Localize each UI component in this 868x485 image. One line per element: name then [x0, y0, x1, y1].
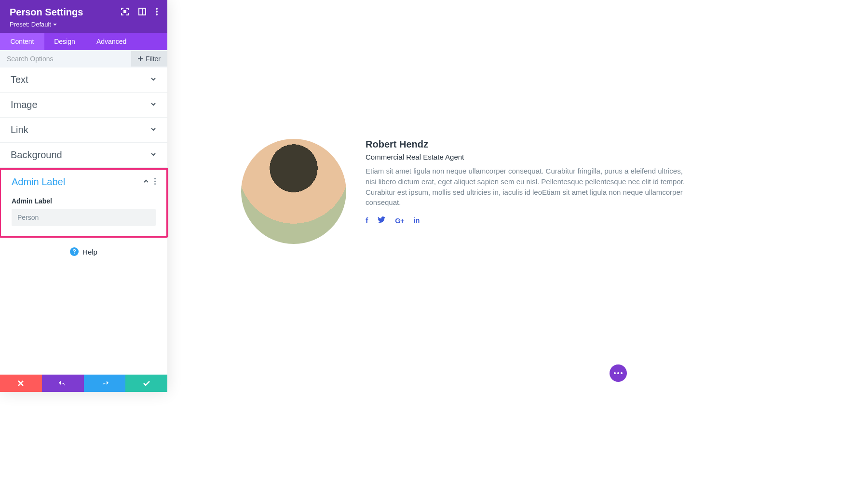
linkedin-icon[interactable]: in: [414, 216, 420, 225]
tabs: Content Design Advanced: [0, 33, 167, 50]
admin-label-field-label: Admin Label: [12, 197, 156, 205]
panel-footer: [0, 375, 167, 392]
social-row: f G+ in: [366, 216, 694, 225]
person-card: Robert Hendz Commercial Real Estate Agen…: [241, 139, 694, 244]
person-role: Commercial Real Estate Agent: [366, 153, 694, 161]
redo-button[interactable]: [84, 375, 126, 392]
panel-layout-icon[interactable]: [138, 8, 146, 17]
facebook-icon[interactable]: f: [366, 216, 368, 225]
chevron-up-icon: [143, 178, 149, 187]
dot-icon: [621, 372, 623, 374]
twitter-icon[interactable]: [378, 216, 385, 225]
section-text-title: Text: [11, 74, 28, 85]
more-icon[interactable]: [154, 178, 156, 187]
panel-header: Person Settings Preset: Default: [0, 0, 167, 33]
svg-point-3: [154, 178, 156, 179]
tab-advanced[interactable]: Advanced: [85, 33, 167, 50]
chevron-down-icon: [150, 151, 157, 160]
section-image[interactable]: Image: [0, 93, 167, 118]
dot-icon: [614, 372, 616, 374]
admin-label-input[interactable]: [12, 209, 156, 226]
undo-button[interactable]: [42, 375, 84, 392]
preset-label: Preset: Default: [10, 21, 51, 28]
svg-point-2: [156, 13, 158, 15]
section-link[interactable]: Link: [0, 118, 167, 143]
person-name: Robert Hendz: [366, 139, 694, 150]
chevron-down-icon: [53, 23, 57, 27]
section-link-title: Link: [11, 124, 28, 135]
chevron-down-icon: [150, 126, 157, 135]
search-row: Filter: [0, 50, 167, 67]
section-image-title: Image: [11, 99, 38, 110]
svg-point-4: [154, 180, 156, 182]
section-admin-label[interactable]: Admin Label: [1, 170, 166, 194]
svg-point-0: [156, 8, 158, 10]
panel-title: Person Settings: [10, 7, 83, 18]
section-background-title: Background: [11, 149, 62, 161]
preset-selector[interactable]: Preset: Default: [10, 21, 158, 28]
floating-action-button[interactable]: [610, 364, 627, 382]
chevron-down-icon: [150, 101, 157, 109]
focus-icon[interactable]: [121, 8, 129, 17]
cancel-button[interactable]: [0, 375, 42, 392]
filter-label: Filter: [146, 55, 161, 63]
help-label: Help: [82, 248, 97, 256]
save-button[interactable]: [125, 375, 167, 392]
avatar: [241, 139, 346, 244]
person-info: Robert Hendz Commercial Real Estate Agen…: [366, 139, 694, 244]
svg-point-5: [154, 183, 156, 185]
svg-point-1: [156, 11, 158, 13]
section-admin-label-title: Admin Label: [12, 176, 65, 188]
section-background[interactable]: Background: [0, 143, 167, 168]
search-input[interactable]: [0, 50, 131, 67]
tab-content[interactable]: Content: [0, 33, 44, 50]
plus-icon: [138, 56, 143, 61]
preview-area: Robert Hendz Commercial Real Estate Agen…: [183, 0, 868, 485]
filter-button[interactable]: Filter: [131, 51, 167, 67]
help-button[interactable]: ? Help: [0, 238, 167, 266]
tab-design[interactable]: Design: [44, 33, 85, 50]
help-icon: ?: [70, 247, 79, 256]
more-icon[interactable]: [156, 8, 158, 17]
google-plus-icon[interactable]: G+: [395, 216, 404, 225]
admin-label-highlight: Admin Label Admin Label: [0, 168, 168, 238]
admin-label-body: Admin Label: [1, 197, 166, 236]
dot-icon: [617, 372, 619, 374]
person-desc: Etiam sit amet ligula non neque ullamcor…: [366, 166, 694, 208]
section-text[interactable]: Text: [0, 67, 167, 93]
settings-panel: Person Settings Preset: Default Content …: [0, 0, 167, 392]
chevron-down-icon: [150, 76, 157, 84]
